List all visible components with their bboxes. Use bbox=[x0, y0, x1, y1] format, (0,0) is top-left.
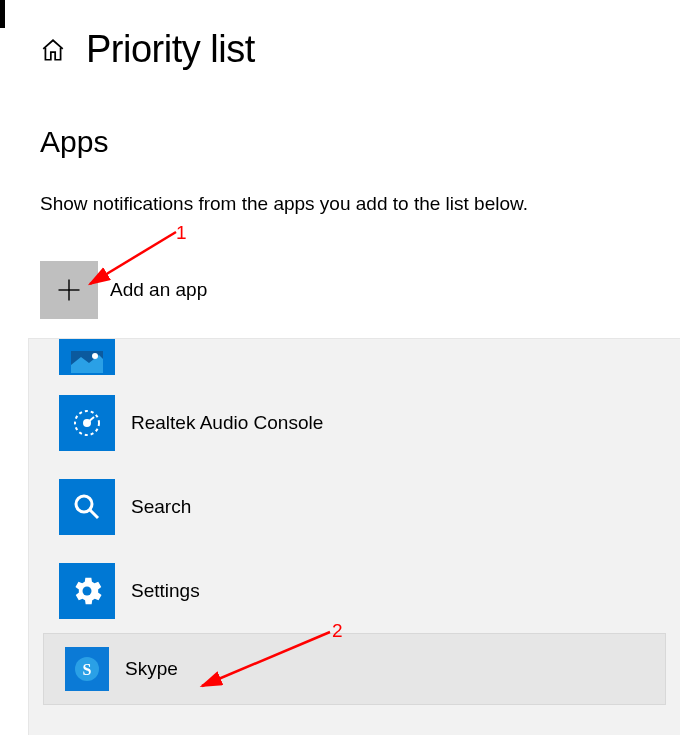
search-icon bbox=[59, 479, 115, 535]
add-app-label: Add an app bbox=[110, 279, 207, 301]
home-icon[interactable] bbox=[40, 37, 66, 63]
apps-description: Show notifications from the apps you add… bbox=[40, 193, 680, 215]
window-edge-marker bbox=[0, 0, 5, 28]
app-label: Realtek Audio Console bbox=[131, 412, 323, 434]
app-label: Search bbox=[131, 496, 191, 518]
gear-icon bbox=[59, 563, 115, 619]
page-header: Priority list bbox=[8, 0, 680, 71]
annotation-label-2: 2 bbox=[332, 620, 343, 642]
app-item-skype[interactable]: S Skype bbox=[43, 633, 666, 705]
skype-icon: S bbox=[65, 647, 109, 691]
app-picker-popup: Realtek Audio Console Search Settings S bbox=[28, 338, 680, 735]
svg-point-9 bbox=[83, 587, 92, 596]
app-label: Settings bbox=[131, 580, 200, 602]
svg-point-3 bbox=[92, 353, 98, 359]
gauge-icon bbox=[59, 395, 115, 451]
page-title: Priority list bbox=[86, 28, 255, 71]
add-app-button[interactable]: Add an app bbox=[40, 261, 680, 319]
app-item-settings[interactable]: Settings bbox=[29, 549, 680, 633]
annotation-label-1: 1 bbox=[176, 222, 187, 244]
plus-icon bbox=[40, 261, 98, 319]
svg-text:S: S bbox=[83, 661, 92, 678]
app-item-realtek[interactable]: Realtek Audio Console bbox=[29, 381, 680, 465]
app-label: Skype bbox=[125, 658, 178, 680]
svg-point-7 bbox=[76, 496, 92, 512]
app-icon bbox=[59, 339, 115, 375]
svg-line-8 bbox=[90, 510, 98, 518]
app-item-search[interactable]: Search bbox=[29, 465, 680, 549]
apps-heading: Apps bbox=[40, 125, 680, 159]
app-item[interactable] bbox=[29, 339, 680, 381]
